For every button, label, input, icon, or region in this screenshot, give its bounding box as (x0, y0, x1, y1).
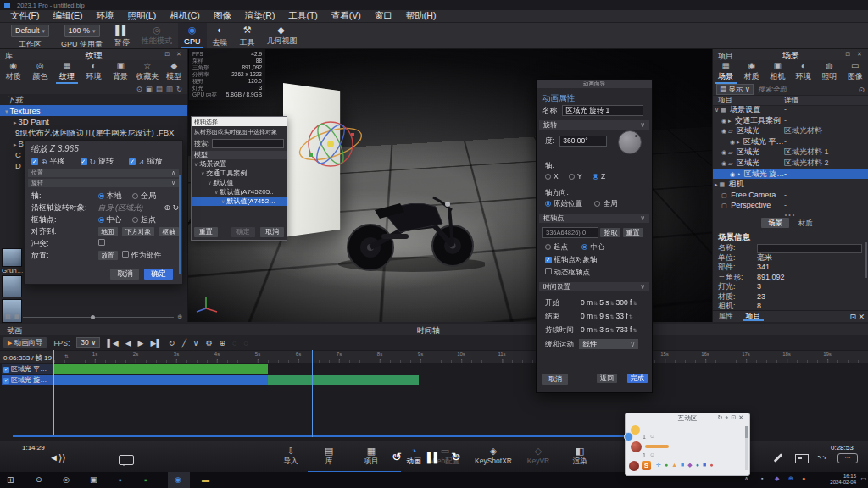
reset-button[interactable]: 重置 (623, 228, 643, 237)
tray-icon[interactable]: ▪ (761, 475, 763, 481)
dialog-title-bar[interactable]: 动画向导 (537, 80, 652, 88)
project-tab[interactable]: ▭ 图像 (843, 60, 868, 84)
ribbon-item[interactable]: ◇ KeyVR (520, 446, 557, 465)
picker-tree-row[interactable]: ∨场景设置 (192, 159, 287, 169)
list-view-icon[interactable]: ▤ (156, 85, 163, 93)
ribbon-item[interactable]: ⇩ 导入 (272, 446, 309, 467)
track-label[interactable]: ✓区域光 旋… (2, 375, 53, 385)
gpu-usage-dropdown[interactable]: 100 %▾ (64, 25, 100, 37)
taskbar-clock[interactable]: 16:15 2024-02-04 (830, 474, 856, 485)
section-rotation[interactable]: 旋转∨ (28, 179, 179, 187)
tree-row-icon[interactable]: ◉ ◔ (730, 171, 740, 177)
small-view-icon[interactable]: ▤ (5, 313, 11, 320)
animation-bar[interactable] (54, 375, 268, 385)
menu-item[interactable]: 窗口 (368, 10, 399, 22)
panel-window-icons[interactable]: ⊡ ✕ (164, 51, 184, 58)
library-thumbnail[interactable] (2, 248, 22, 267)
degrees-dial[interactable] (618, 130, 642, 154)
search-icon[interactable]: ⊙ (858, 86, 865, 94)
large-view-icon[interactable]: ▦ (14, 313, 20, 320)
project-tab[interactable]: ▣ 相机 (765, 60, 791, 84)
file-explorer-icon[interactable]: ▬ (202, 475, 209, 484)
taskbar-app-icon[interactable]: ▪ (144, 475, 147, 485)
radio-axis-z[interactable]: Z (593, 172, 605, 180)
scene-tree-row[interactable]: ◉ ▱ 区域光 区域光材料 1 (713, 147, 868, 158)
search-icon[interactable]: ⊙ (136, 85, 142, 93)
pivot-axis-checkbox[interactable]: ✓ 枢轴点对象轴 (545, 255, 652, 265)
motorcycle-model[interactable] (332, 149, 485, 276)
scene-tree-row[interactable]: ▢ Perspective - (713, 200, 868, 211)
menu-item[interactable]: 相机(C) (163, 10, 207, 22)
library-tab[interactable]: ☆ 收藏夹 (134, 60, 161, 84)
track-checkbox[interactable]: ✓ (3, 367, 9, 373)
tree-row-icon[interactable]: ◉ ▱ (721, 149, 732, 155)
library-tab[interactable]: ◆ 模型 (160, 60, 187, 84)
library-tab[interactable]: ▣ 背景 (107, 60, 134, 84)
library-tree-row[interactable]: ▾Textures (0, 105, 187, 116)
expander-icon[interactable]: ∨ (208, 180, 211, 186)
playhead[interactable] (312, 350, 313, 437)
panel-window-icons[interactable]: ⊡ ✕ (845, 51, 865, 58)
tree-row-icon[interactable]: ◉ ▸ (730, 139, 740, 145)
scrollbar[interactable] (865, 242, 867, 278)
cancel-button[interactable]: 取消 (110, 269, 139, 280)
grid-view-icon[interactable]: ▥ (166, 85, 173, 93)
library-tree-row[interactable]: 下载 (0, 94, 187, 105)
cortana-icon[interactable]: ◎ (63, 475, 70, 484)
project-tab[interactable]: ◐ 环境 (791, 60, 817, 84)
menu-item[interactable]: 环境 (89, 10, 120, 22)
pause-button[interactable]: ▌▌ 暂停 (108, 23, 136, 48)
library-tab[interactable]: ◎ 颜色 (27, 60, 54, 84)
pick-button[interactable]: 拾取 (600, 228, 620, 237)
scene-tree-row[interactable]: ∨ ▦ 场景设置 - (713, 104, 868, 115)
time-seconds[interactable]: 3 s (599, 325, 609, 334)
app-logo-icon[interactable]: S (642, 461, 651, 470)
folder-icon[interactable]: ▣ (146, 85, 153, 93)
settings-gear-icon[interactable]: ⚙ (205, 339, 212, 347)
scrollbar[interactable] (745, 426, 748, 470)
align-below-button[interactable]: 下方对象 (122, 227, 154, 236)
align-pivot-button[interactable]: 枢轴 (159, 227, 179, 236)
menu-item[interactable]: 帮助(H) (399, 10, 443, 22)
library-tree-row[interactable]: ▸3D Paint (0, 116, 187, 127)
library-tree-row[interactable]: 9现代布艺休闲随边几(犀牛网米尼设计) .FBX (0, 127, 187, 138)
panel-window-icons[interactable]: ⊡ ✕ (849, 313, 865, 321)
spinner-icon[interactable]: ⇅ (64, 353, 69, 359)
start-button[interactable]: ⊞ (7, 475, 14, 485)
tray-icon[interactable]: ◆ (775, 475, 779, 482)
collision-checkbox[interactable] (98, 239, 105, 246)
tree-row-icon[interactable]: ◉ ▱ (721, 160, 732, 166)
tab-properties[interactable]: 属性 (713, 311, 738, 321)
time-frames[interactable]: 300 f (616, 298, 632, 307)
ease-dropdown[interactable]: 线性∨ (579, 339, 638, 349)
chevron-down-icon[interactable]: ∨ (193, 339, 199, 347)
ok-button[interactable]: 确定 (144, 269, 173, 280)
time-seconds[interactable]: 9 s (599, 312, 609, 320)
scene-tree-row[interactable]: ◉ ▱ 区域光 区域光材料 (713, 125, 868, 136)
tree-row-icon[interactable]: ◉ ▸ (721, 118, 732, 124)
scene-tree-row[interactable]: ◉ ▸ 区域光 平… - (713, 136, 868, 147)
reset-button[interactable]: 重置 (194, 227, 218, 237)
picker-search-input[interactable] (212, 139, 284, 148)
smiley-icon[interactable]: ☺ (649, 452, 655, 458)
zoom-slider-knob[interactable] (91, 315, 95, 319)
zoom-plus-icon[interactable]: ⊕ (177, 313, 182, 320)
geometry-view-button[interactable]: ◆ 几何视图 (261, 23, 302, 48)
scene-name-input[interactable] (757, 244, 862, 253)
go-to-start-button[interactable]: ▌◀ (107, 339, 118, 347)
menu-item[interactable]: 图像 (207, 10, 238, 22)
scene-tree-row[interactable]: ◉ ▱ 区域光 区域光材料 2 (713, 158, 868, 169)
cancel-button[interactable]: 取消 (542, 374, 568, 385)
radio-center[interactable]: 中心 (581, 242, 604, 251)
expander-icon[interactable]: ∨ (214, 190, 218, 195)
picker-tree-row[interactable]: ∨默认值(A745205.. (192, 187, 287, 197)
ribbon-item[interactable]: ▤ 库 (310, 446, 348, 467)
menu-item[interactable]: 编辑(E) (46, 10, 89, 22)
current-time-display[interactable]: 0:06:333 / 帧 19 (3, 353, 52, 363)
ribbon-item[interactable]: ▦ 项目 (353, 446, 390, 467)
scene-search-input[interactable]: 搜索全部 (758, 85, 854, 95)
fps-dropdown[interactable]: 30 ∨ (76, 337, 100, 348)
time-frames[interactable]: 33 f (616, 312, 628, 320)
cancel-button[interactable]: 取消 (260, 227, 284, 237)
ribbon-item[interactable]: ◧ 渲染 (561, 446, 598, 467)
